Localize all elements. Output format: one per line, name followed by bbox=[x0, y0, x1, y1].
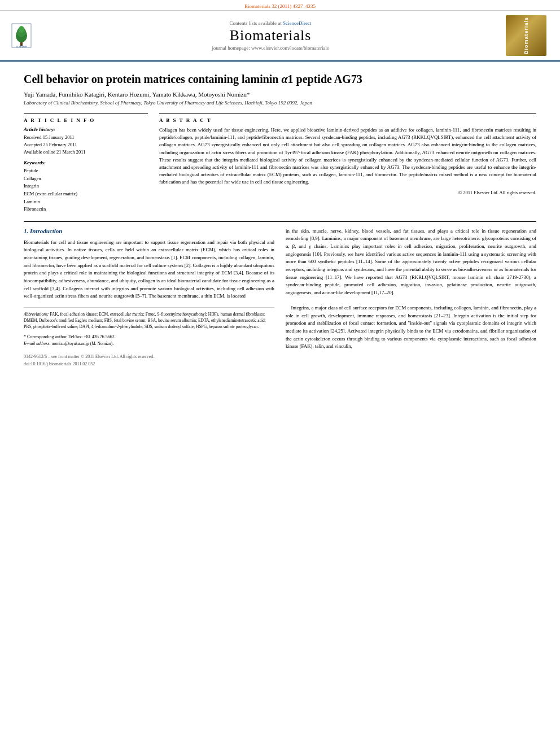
article-info-label: A R T I C L E I N F O bbox=[24, 117, 148, 123]
available-date: Available online 21 March 2011 bbox=[24, 148, 148, 156]
bottom-bar: 0142-9612/$ – see front matter © 2011 El… bbox=[24, 353, 274, 368]
paper-title-text1: Cell behavior on protein matrices contai… bbox=[24, 73, 282, 85]
email-line: E-mail address: nomizu@toyaku.ac.jp (M. … bbox=[24, 340, 274, 347]
journal-citation: Biomaterials 32 (2011) 4327–4335 bbox=[244, 3, 316, 9]
authors: Yuji Yamada, Fumihiko Katagiri, Kentaro … bbox=[24, 91, 536, 98]
paper-content: Cell behavior on protein matrices contai… bbox=[0, 62, 560, 379]
accepted-date: Accepted 25 February 2011 bbox=[24, 141, 148, 148]
elsevier-logo: ELSEVIER bbox=[11, 23, 32, 48]
doi-line: doi:10.1016/j.biomaterials.2011.02.052 bbox=[24, 361, 274, 368]
abstract-column: A B S T R A C T Collagen has been widely… bbox=[159, 113, 536, 213]
intro-left-col: 1. Introduction Biomaterials for cell an… bbox=[24, 228, 274, 368]
footnote-section: Abbreviations: FAK, focal adhesion kinas… bbox=[24, 307, 274, 347]
keywords-list: Peptide Collagen Integrin ECM (extra cel… bbox=[24, 167, 148, 213]
keyword-3: Integrin bbox=[24, 182, 148, 190]
received-date: Received 15 January 2011 bbox=[24, 134, 148, 141]
abbreviations-text: Abbreviations: FAK, focal adhesion kinas… bbox=[24, 311, 274, 330]
article-info-column: A R T I C L E I N F O Article history: R… bbox=[24, 113, 148, 213]
sciencedirect-link[interactable]: ScienceDirect bbox=[283, 20, 311, 26]
issn-line: 0142-9612/$ – see front matter © 2011 El… bbox=[24, 353, 274, 361]
intro-right-col: in the skin, muscle, nerve, kidney, bloo… bbox=[286, 228, 536, 368]
journal-homepage: journal homepage: www.elsevier.com/locat… bbox=[37, 45, 504, 51]
keywords-label: Keywords: bbox=[24, 160, 148, 165]
svg-point-5 bbox=[19, 26, 24, 33]
intro-right-text: in the skin, muscle, nerve, kidney, bloo… bbox=[286, 228, 536, 351]
biomaterials-logo-text: Biomaterials bbox=[523, 17, 529, 54]
affiliation: Laboratory of Clinical Biochemistry, Sch… bbox=[24, 100, 536, 106]
abbreviations-label: Abbreviations: bbox=[24, 312, 49, 317]
contents-line: Contents lists available at ScienceDirec… bbox=[37, 20, 504, 26]
authors-text: Yuji Yamada, Fumihiko Katagiri, Kentaro … bbox=[24, 91, 250, 98]
abbreviations-content: FAK, focal adhesion kinase; ECM, extrace… bbox=[24, 312, 266, 330]
biomaterials-logo: Biomaterials bbox=[506, 15, 546, 56]
email-label: E-mail address: bbox=[24, 341, 51, 346]
corresponding-author: * Corresponding author. Tel/fax: +81 426… bbox=[24, 334, 274, 340]
keyword-6: Fibronectin bbox=[24, 206, 148, 213]
elsevier-logo-area: ELSEVIER bbox=[11, 23, 37, 48]
article-info-abstract-section: A R T I C L E I N F O Article history: R… bbox=[24, 113, 536, 213]
keyword-2: Collagen bbox=[24, 175, 148, 183]
paper-title-alpha: α bbox=[282, 73, 288, 85]
keyword-1: Peptide bbox=[24, 167, 148, 175]
elsevier-tree-icon: ELSEVIER bbox=[11, 23, 32, 48]
keyword-4: ECM (extra cellular matrix) bbox=[24, 190, 148, 198]
journal-header: ELSEVIER Contents lists available at Sci… bbox=[0, 11, 560, 62]
journal-logo-right: Biomaterials bbox=[504, 15, 549, 56]
intro-section-title: 1. Introduction bbox=[24, 228, 274, 234]
introduction-section: 1. Introduction Biomaterials for cell an… bbox=[24, 228, 536, 368]
paper-title-text2: 1 peptide AG73 bbox=[288, 73, 362, 85]
journal-title: Biomaterials bbox=[37, 27, 504, 44]
journal-header-center: Contents lists available at ScienceDirec… bbox=[37, 20, 504, 51]
keyword-5: Laminin bbox=[24, 198, 148, 206]
paper-title: Cell behavior on protein matrices contai… bbox=[24, 72, 536, 86]
svg-text:ELSEVIER: ELSEVIER bbox=[16, 45, 27, 48]
journal-citation-bar: Biomaterials 32 (2011) 4327–4335 bbox=[0, 0, 560, 11]
corresponding-label: * Corresponding author. Tel/fax: +81 426… bbox=[24, 334, 116, 339]
abstract-label: A B S T R A C T bbox=[159, 117, 536, 123]
abstract-text: Collagen has been widely used for tissue… bbox=[159, 126, 536, 186]
email-value: nomizu@toyaku.ac.jp (M. Nomizu). bbox=[52, 341, 113, 346]
intro-left-text: Biomaterials for cell and tissue enginee… bbox=[24, 239, 274, 300]
copyright-line: © 2011 Elsevier Ltd. All rights reserved… bbox=[159, 190, 536, 195]
article-history-label: Article history: bbox=[24, 126, 148, 132]
section-divider bbox=[24, 221, 536, 222]
